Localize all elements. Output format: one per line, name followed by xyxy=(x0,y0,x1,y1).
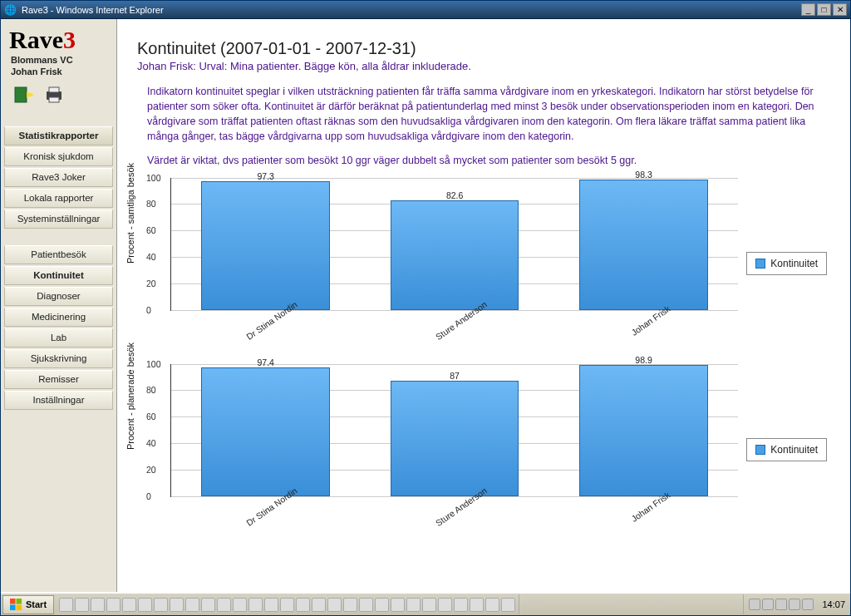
org-name: Blommans VC xyxy=(4,54,113,66)
quick-launch-item[interactable] xyxy=(485,598,499,612)
nav-patientbesok[interactable]: Patientbesök xyxy=(4,245,113,264)
chart-plot-area: 02040608010097.382.698.3 xyxy=(170,178,738,311)
quick-launch-item[interactable] xyxy=(454,598,468,612)
quick-launch-item[interactable] xyxy=(470,598,484,612)
quick-launch-item[interactable] xyxy=(75,598,89,612)
quick-launch-item[interactable] xyxy=(438,598,452,612)
nav-installningar[interactable]: Inställningar xyxy=(4,391,113,410)
chart-plot-area: 02040608010097.48798.9 xyxy=(170,364,738,497)
tray-icon[interactable] xyxy=(762,599,774,610)
quick-launch xyxy=(56,594,519,614)
svg-rect-6 xyxy=(17,599,22,604)
y-tick-label: 80 xyxy=(146,199,156,209)
quick-launch-item[interactable] xyxy=(359,598,373,612)
titlebar: 🌐 Rave3 - Windows Internet Explorer _ □ … xyxy=(1,1,850,19)
bar-value-label: 87 xyxy=(450,371,460,381)
legend-label: Kontinuitet xyxy=(770,258,818,269)
minimize-button[interactable]: _ xyxy=(801,3,815,16)
taskbar: Start xyxy=(1,592,850,615)
chart-row: Procent - samtliga besök02040608010097.3… xyxy=(137,178,827,349)
legend-label: Kontinuitet xyxy=(770,444,818,456)
quick-launch-item[interactable] xyxy=(422,598,436,612)
quick-launch-item[interactable] xyxy=(406,598,421,612)
quick-launch-item[interactable] xyxy=(391,598,405,612)
page-title: Kontinuitet (2007-01-01 - 2007-12-31) xyxy=(137,39,827,58)
bar-value-label: 98.9 xyxy=(635,355,652,365)
y-tick-label: 100 xyxy=(146,173,161,183)
quick-launch-item[interactable] xyxy=(501,598,515,612)
legend: Kontinuitet xyxy=(746,438,827,461)
exit-icon[interactable] xyxy=(14,86,34,103)
quick-launch-item[interactable] xyxy=(154,598,168,612)
ie-icon: 🌐 xyxy=(4,4,17,16)
quick-launch-item[interactable] xyxy=(312,598,326,612)
start-button[interactable]: Start xyxy=(2,595,54,614)
maximize-button[interactable]: □ xyxy=(817,3,831,16)
window-title: Rave3 - Windows Internet Explorer xyxy=(22,5,164,15)
bar-value-label: 82.6 xyxy=(446,190,463,200)
nav-lab[interactable]: Lab xyxy=(4,328,113,347)
svg-rect-4 xyxy=(49,97,59,102)
svg-marker-1 xyxy=(27,91,34,98)
quick-launch-item[interactable] xyxy=(327,598,342,612)
y-tick-label: 0 xyxy=(146,305,151,315)
y-tick-label: 20 xyxy=(146,465,156,475)
print-icon[interactable] xyxy=(44,86,64,103)
sidebar: Rave3 Blommans VC Johan Frisk Statistikr… xyxy=(1,19,117,592)
quick-launch-item[interactable] xyxy=(59,598,73,612)
nav-lokala-rapporter[interactable]: Lokala rapporter xyxy=(4,189,113,208)
svg-rect-7 xyxy=(10,604,16,610)
tray-icon[interactable] xyxy=(802,599,814,610)
y-tick-label: 40 xyxy=(146,252,156,262)
quick-launch-item[interactable] xyxy=(122,598,136,612)
nav-header-statistik: Statistikrapporter xyxy=(4,126,113,145)
clock: 14:07 xyxy=(822,599,845,609)
logo: Rave3 xyxy=(4,26,113,54)
nav-remisser[interactable]: Remisser xyxy=(4,370,113,389)
user-name: Johan Frisk xyxy=(4,66,113,77)
quick-launch-item[interactable] xyxy=(280,598,294,612)
app-window: 🌐 Rave3 - Windows Internet Explorer _ □ … xyxy=(0,0,851,616)
tray-icon[interactable] xyxy=(749,599,760,610)
nav-kontinuitet[interactable]: Kontinuitet xyxy=(4,266,113,285)
quick-launch-item[interactable] xyxy=(91,598,105,612)
quick-launch-item[interactable] xyxy=(201,598,215,612)
y-tick-label: 40 xyxy=(146,438,156,448)
y-tick-label: 60 xyxy=(146,411,156,421)
nav-diagnoser[interactable]: Diagnoser xyxy=(4,287,113,306)
quick-launch-item[interactable] xyxy=(170,598,184,612)
svg-rect-8 xyxy=(17,604,22,610)
windows-icon xyxy=(10,599,22,611)
nav-group-2: Patientbesök Kontinuitet Diagnoser Medic… xyxy=(4,245,113,411)
nav-medicinering[interactable]: Medicinering xyxy=(4,308,113,327)
nav-kronisk-sjukdom[interactable]: Kronisk sjukdom xyxy=(4,147,113,166)
quick-launch-item[interactable] xyxy=(343,598,357,612)
page-description: Indikatorn kontinuitet speglar i vilken … xyxy=(147,84,827,168)
chart-row: Procent - planerade besök02040608010097.… xyxy=(137,364,827,535)
y-axis-title: Procent - planerade besök xyxy=(125,342,135,450)
nav-systeminstallningar[interactable]: Systeminställningar xyxy=(4,209,113,229)
tray-icon[interactable] xyxy=(789,599,800,610)
svg-rect-5 xyxy=(10,599,16,604)
quick-launch-item[interactable] xyxy=(106,598,121,612)
y-axis-title: Procent - samtliga besök xyxy=(125,163,135,264)
y-tick-label: 80 xyxy=(146,385,156,395)
quick-launch-item[interactable] xyxy=(138,598,152,612)
nav-sjukskrivning[interactable]: Sjukskrivning xyxy=(4,349,113,368)
quick-launch-item[interactable] xyxy=(185,598,199,612)
quick-launch-item[interactable] xyxy=(296,598,310,612)
nav-rave3-joker[interactable]: Rave3 Joker xyxy=(4,168,113,187)
y-tick-label: 20 xyxy=(146,278,156,288)
quick-launch-item[interactable] xyxy=(217,598,231,612)
quick-launch-item[interactable] xyxy=(264,598,278,612)
legend-swatch xyxy=(755,259,765,269)
nav-group-1: Statistikrapporter Kronisk sjukdom Rave3… xyxy=(4,126,113,230)
quick-launch-item[interactable] xyxy=(375,598,389,612)
quick-launch-item[interactable] xyxy=(233,598,247,612)
legend-swatch xyxy=(755,445,765,455)
quick-launch-item[interactable] xyxy=(248,598,263,612)
tray-icon[interactable] xyxy=(775,599,787,610)
close-button[interactable]: ✕ xyxy=(833,3,847,16)
chart: Procent - planerade besök02040608010097.… xyxy=(137,364,738,535)
svg-rect-3 xyxy=(49,87,59,92)
